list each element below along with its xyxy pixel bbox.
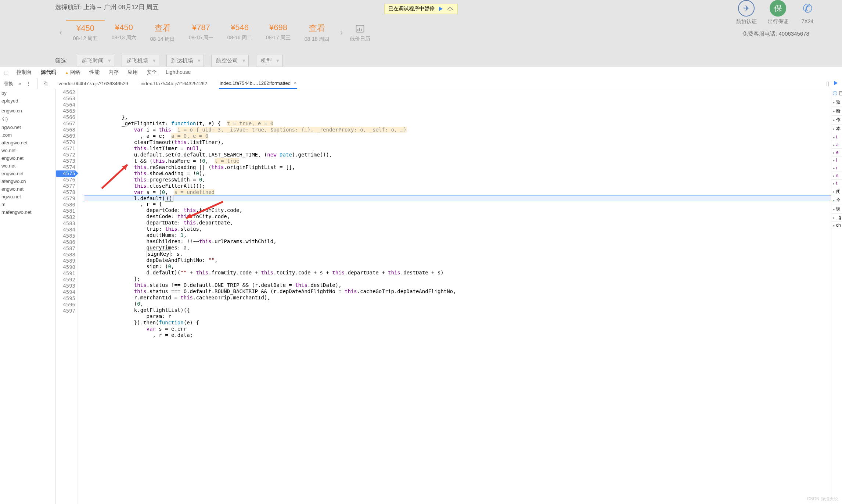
badge-guarantee: 保 出行保证	[768, 0, 788, 25]
close-icon[interactable]: ×	[294, 80, 296, 86]
nav-back-icon[interactable]: ⎗	[41, 80, 50, 87]
filter-row: 筛选: 起飞时间起飞机场到达机场航空公司机型	[55, 55, 787, 67]
code-panel: 4562456345644565456645674568456945704571…	[56, 89, 831, 504]
sub-more[interactable]: »	[18, 81, 21, 86]
debug-panel-row[interactable]: ▸s	[831, 172, 842, 180]
debug-panel-row[interactable]: ▸ch	[831, 222, 842, 229]
nav-item[interactable]: afengwo.cn	[0, 177, 55, 185]
nav-item[interactable]: engwo.net	[0, 185, 55, 193]
date-card[interactable]: ¥45008-12 周五	[66, 20, 105, 46]
date-label: 08-17 周三	[259, 35, 298, 41]
phone-icon: ✆	[799, 0, 816, 17]
nav-item[interactable]: eployed	[0, 97, 55, 105]
devtools-tab[interactable]: 性能	[89, 67, 100, 78]
date-price: ¥450	[66, 24, 105, 33]
nav-item[interactable]: mafengwo.net	[0, 208, 55, 216]
date-price: ¥450	[105, 23, 143, 32]
debug-panel-row[interactable]: ▸本	[831, 125, 842, 133]
file-tab[interactable]: index.1fa7544b.…1262:formatted×	[219, 78, 297, 89]
nav-item[interactable]: .com	[0, 131, 55, 139]
filter-label: 筛选:	[55, 57, 68, 64]
nav-item[interactable]: by	[0, 89, 55, 97]
watermark: CSDN @淮天说	[807, 496, 838, 502]
devtools-tab[interactable]: 源代码	[40, 67, 57, 78]
nav-item[interactable]: engwo.net	[0, 154, 55, 162]
low-price-calendar[interactable]: 低价日历	[347, 23, 373, 42]
date-card[interactable]: ¥54608-16 周二	[220, 20, 259, 46]
date-label: 08-14 周日	[143, 36, 182, 43]
date-card[interactable]: ¥69808-17 周三	[259, 20, 298, 46]
cert-icon: ✈	[738, 0, 755, 17]
nav-item[interactable]: ngwo.net	[0, 123, 55, 131]
source-nav-panel: byeployedengwo.cn引)ngwo.net.comafengwo.n…	[0, 89, 56, 504]
debug-panel-row[interactable]: ▸t	[831, 133, 842, 141]
date-card[interactable]: 查看08-18 周四	[298, 20, 336, 46]
nav-item[interactable]: engwo.net	[0, 170, 55, 177]
hotline-text: 免费客服电话: 4006345678	[742, 30, 809, 37]
date-price: ¥787	[182, 23, 220, 32]
date-carousel: ‹ ¥45008-12 周五¥45008-13 周六查看08-14 周日¥787…	[55, 20, 787, 46]
sub-menu-icon[interactable]: ⋮	[26, 81, 31, 86]
devtools-tab[interactable]: 网络	[64, 67, 81, 78]
debug-panel-row[interactable]: ▸闭	[831, 187, 842, 196]
debug-panel-row[interactable]: ▸t	[831, 180, 842, 187]
date-label: 08-16 周二	[220, 35, 259, 41]
debug-panel-row[interactable]: ▸断	[831, 107, 842, 116]
debug-panel-row[interactable]: ▸监	[831, 98, 842, 107]
nav-item[interactable]: engwo.cn	[0, 107, 55, 115]
file-tab[interactable]: index.1fa7544b.js?1643251262	[140, 79, 208, 89]
resume-icon[interactable]	[438, 6, 444, 12]
debug-panel-row[interactable]: ▸调	[831, 205, 842, 214]
line-gutter[interactable]: 4562456345644565456645674568456945704571…	[56, 89, 78, 504]
date-price: 查看	[143, 23, 182, 34]
resume-toolbar-icon[interactable]	[833, 80, 838, 87]
date-price: 查看	[298, 23, 336, 34]
file-tab[interactable]: vendor.0b4bf77a.js?1636346529	[58, 79, 129, 89]
devtools-tab[interactable]: 内存	[108, 67, 119, 78]
debug-panel-row[interactable]: ▸i	[831, 156, 842, 164]
debug-panel-row[interactable]: ▸a	[831, 141, 842, 149]
badge-7x24: ✆ 7X24	[799, 0, 816, 25]
devtools-tab[interactable]: 控制台	[16, 67, 33, 78]
debug-panel-row[interactable]: ▸全	[831, 196, 842, 205]
sub-replace[interactable]: 替换	[4, 80, 13, 87]
svg-rect-3	[359, 28, 360, 31]
devtools-tab[interactable]: Lighthouse	[165, 67, 192, 78]
date-price: ¥546	[220, 23, 259, 32]
badge-cert: ✈ 航协认证	[736, 0, 757, 25]
nav-item[interactable]: afengwo.net	[0, 139, 55, 147]
filter-select[interactable]: 航空公司	[211, 55, 249, 67]
nav-item[interactable]: ngwo.net	[0, 193, 55, 201]
calendar-icon	[355, 23, 365, 33]
filter-select[interactable]: 起飞机场	[122, 55, 159, 67]
devtools-tab[interactable]: 安全	[146, 67, 158, 78]
debug-paused-badge: 已在调试程序中暂停	[384, 4, 458, 14]
devtools-tab[interactable]: 应用	[127, 67, 138, 78]
debug-panel-row[interactable]: ▸作	[831, 116, 842, 125]
date-label: 08-15 周一	[182, 35, 220, 41]
filter-select[interactable]: 起飞时间	[77, 55, 114, 67]
nav-item[interactable]: 引)	[0, 115, 55, 123]
svg-rect-2	[357, 29, 358, 31]
debug-panel-row[interactable]: ▸e	[831, 149, 842, 156]
date-card[interactable]: ¥78708-15 周一	[182, 20, 220, 46]
svg-rect-4	[361, 29, 361, 31]
filter-select[interactable]: 机型	[256, 55, 283, 67]
step-over-icon[interactable]	[447, 6, 454, 12]
nav-item[interactable]: wo.net	[0, 147, 55, 154]
debug-panel-row[interactable]: ▸r	[831, 164, 842, 172]
show-sidebar-icon[interactable]: ▯	[826, 80, 830, 87]
filter-select[interactable]: 到达机场	[166, 55, 204, 67]
carousel-next[interactable]: ›	[336, 20, 347, 46]
nav-item[interactable]: m	[0, 201, 55, 208]
info-row: ⓘ已	[831, 89, 842, 98]
devtools-tab-bar: ⬚ 控制台源代码网络性能内存应用安全Lighthouse	[0, 66, 842, 78]
elements-icon[interactable]: ⬚	[4, 69, 8, 75]
debug-right-panel: ⓘ已 ▸监▸断▸作▸本▸t▸a▸e▸i▸r▸s▸t▸闭▸全▸调▸_g▸ch	[831, 89, 842, 504]
carousel-prev[interactable]: ‹	[55, 20, 66, 46]
debug-panel-row[interactable]: ▸_g	[831, 214, 842, 222]
code-lines[interactable]: }, _getFlightList: function(t, e) { t = …	[78, 89, 831, 504]
nav-item[interactable]: wo.net	[0, 162, 55, 170]
date-card[interactable]: ¥45008-13 周六	[105, 20, 143, 46]
date-card[interactable]: 查看08-14 周日	[143, 20, 182, 46]
